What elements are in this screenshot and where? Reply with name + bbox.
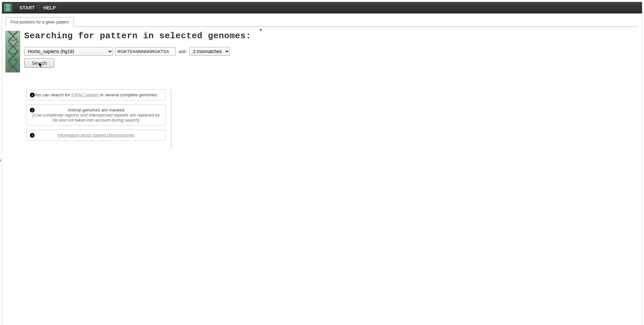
- content-area: Find positions for a given pattern Searc…: [2, 13, 642, 153]
- main-content: Searching for pattern in selected genome…: [5, 31, 639, 73]
- page-title: Searching for pattern in selected genome…: [24, 31, 639, 41]
- pattern-input[interactable]: [115, 47, 176, 55]
- chromosome-info-link[interactable]: Information about loaded chromosomes: [57, 133, 134, 138]
- controls-row: Homo_sapiens (hg19) with 2 mismatches: [24, 47, 639, 56]
- vertical-divider: [171, 89, 171, 150]
- dna-logo-icon: [4, 4, 12, 11]
- mismatch-select[interactable]: 2 mismatches: [189, 47, 230, 56]
- form-area: Searching for pattern in selected genome…: [24, 31, 639, 73]
- info-box-iupac: i You can search for IUPAC pattern in se…: [26, 89, 166, 100]
- info-icon: i: [30, 133, 35, 138]
- selection-handle: [260, 29, 262, 31]
- tab-bar: Find positions for a given pattern: [5, 17, 639, 27]
- info-section: i You can search for IUPAC pattern in se…: [26, 89, 639, 150]
- nav-help[interactable]: HELP: [39, 3, 60, 13]
- app-logo[interactable]: [3, 3, 13, 12]
- selection-handle: [0, 159, 1, 161]
- genome-select[interactable]: Homo_sapiens (hg19): [24, 47, 113, 56]
- info-box-chromosomes: i Information about loaded chromosomes: [26, 130, 166, 141]
- info-box-masked: i Animal genomes are masked (Low complex…: [26, 104, 166, 126]
- info-icon: i: [30, 93, 35, 97]
- tab-find-positions[interactable]: Find positions for a given pattern: [5, 17, 74, 27]
- info-masked-detail: (Low complexity regions and interspersed…: [31, 112, 161, 123]
- top-nav: START HELP: [2, 2, 642, 13]
- info-boxes: i You can search for IUPAC pattern in se…: [26, 89, 166, 150]
- iupac-pattern-link[interactable]: IUPAC pattern: [71, 92, 99, 97]
- dna-sidebar-image: [5, 31, 20, 73]
- info-text: in several complete genomes.: [99, 92, 158, 97]
- with-label: with: [179, 49, 186, 54]
- nav-start[interactable]: START: [15, 3, 39, 13]
- info-masked-title: Animal genomes are masked: [68, 107, 124, 112]
- info-text: You can search for: [34, 92, 71, 97]
- search-button[interactable]: Search: [24, 58, 54, 68]
- info-icon: i: [30, 108, 35, 112]
